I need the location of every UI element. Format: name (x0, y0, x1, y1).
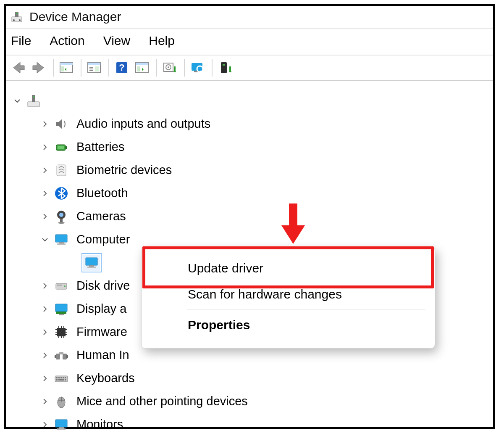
scan-hardware-button[interactable] (187, 59, 207, 76)
tree-item-biometric[interactable]: Biometric devices (9, 159, 490, 182)
monitor-icon (83, 255, 100, 271)
forward-button[interactable] (29, 59, 49, 76)
svg-rect-29 (229, 66, 231, 71)
chevron-right-icon[interactable] (39, 327, 50, 338)
chevron-right-icon[interactable] (39, 188, 50, 199)
menu-action[interactable]: Action (48, 33, 86, 49)
tree-item-keyboards[interactable]: Keyboards (9, 367, 490, 390)
svg-rect-0 (12, 17, 22, 22)
chevron-right-icon[interactable] (39, 119, 50, 129)
svg-rect-52 (56, 312, 66, 314)
svg-rect-35 (58, 146, 64, 149)
monitor-icon (53, 417, 70, 433)
tree-root[interactable] (9, 89, 490, 112)
display-adapter-icon (53, 301, 70, 317)
svg-rect-85 (59, 427, 64, 428)
svg-rect-71 (59, 352, 63, 354)
svg-rect-51 (55, 304, 67, 312)
svg-rect-17 (136, 63, 148, 65)
svg-point-3 (13, 19, 15, 21)
context-menu-scan-hardware[interactable]: Scan for hardware changes (142, 281, 435, 307)
toolbar-separator (53, 59, 54, 77)
tree-item-label: Human In (76, 348, 129, 362)
svg-rect-6 (60, 63, 73, 65)
svg-rect-7 (61, 66, 64, 71)
tree-item-bluetooth[interactable]: Bluetooth (9, 182, 490, 205)
svg-rect-18 (137, 66, 140, 71)
hid-icon (53, 347, 70, 363)
svg-rect-34 (66, 146, 67, 149)
tree-item-cameras[interactable]: Cameras (9, 205, 490, 228)
add-legacy-button[interactable] (215, 59, 235, 76)
svg-rect-9 (88, 63, 100, 65)
refresh-button[interactable] (132, 59, 152, 76)
svg-point-41 (58, 222, 65, 224)
tree-item-mice[interactable]: Mice and other pointing devices (9, 390, 490, 413)
tree-item-label: Monitors (76, 418, 123, 431)
svg-rect-43 (59, 242, 64, 243)
chevron-right-icon[interactable] (39, 211, 50, 222)
svg-rect-77 (65, 377, 66, 378)
update-driver-button[interactable] (160, 59, 180, 76)
chevron-down-icon[interactable] (39, 234, 50, 245)
chevron-right-icon[interactable] (39, 419, 50, 430)
chevron-right-icon[interactable] (39, 142, 50, 153)
firmware-icon (53, 324, 70, 340)
chevron-right-icon[interactable] (39, 280, 50, 291)
disk-icon (53, 278, 70, 294)
menu-help[interactable]: Help (147, 33, 176, 49)
chevron-right-icon[interactable] (39, 304, 50, 314)
context-menu-item-label: Update driver (188, 261, 263, 275)
properties-button[interactable] (84, 59, 104, 76)
chevron-right-icon[interactable] (39, 165, 50, 176)
svg-rect-78 (56, 379, 58, 381)
svg-rect-50 (57, 285, 62, 285)
svg-rect-53 (59, 314, 64, 315)
svg-rect-45 (86, 258, 97, 265)
tree-item-label: Audio inputs and outputs (76, 117, 210, 131)
tree-item-monitors[interactable]: Monitors (9, 413, 490, 436)
toolbar-separator (212, 59, 213, 77)
chevron-right-icon[interactable] (39, 350, 50, 361)
toolbar: ? (6, 55, 493, 81)
tree-item-label: Display a (76, 302, 126, 316)
svg-rect-80 (65, 379, 66, 381)
svg-rect-72 (55, 376, 68, 382)
context-menu-update-driver[interactable]: Update driver (142, 247, 435, 281)
svg-rect-13 (95, 66, 99, 71)
svg-rect-27 (221, 62, 227, 73)
context-menu: Update driver Scan for hardware changes … (141, 246, 435, 349)
menu-view[interactable]: View (102, 33, 132, 49)
show-hide-tree-button[interactable] (56, 59, 76, 76)
svg-text:?: ? (119, 62, 124, 73)
svg-rect-47 (87, 267, 96, 268)
tree-item-label: Firmware (76, 325, 127, 339)
menu-file[interactable]: File (9, 33, 33, 49)
context-menu-item-label: Properties (188, 318, 250, 332)
context-menu-properties[interactable]: Properties (142, 312, 435, 338)
back-button[interactable] (8, 59, 29, 76)
svg-rect-74 (58, 377, 60, 378)
keyboard-icon (53, 370, 70, 386)
tree-item-label: Mice and other pointing devices (76, 394, 248, 408)
svg-rect-76 (63, 377, 64, 378)
help-button[interactable]: ? (112, 59, 132, 76)
camera-icon (53, 209, 70, 225)
tree-item-label: Batteries (76, 140, 124, 154)
monitor-icon (53, 232, 70, 248)
chevron-right-icon[interactable] (39, 373, 50, 384)
svg-rect-84 (55, 420, 67, 427)
chevron-right-icon[interactable] (39, 396, 50, 407)
svg-rect-54 (57, 328, 66, 336)
svg-rect-40 (60, 219, 63, 222)
tree-item-audio[interactable]: Audio inputs and outputs (9, 112, 490, 135)
context-menu-separator (187, 309, 425, 309)
chevron-down-icon[interactable] (12, 95, 23, 106)
title-bar: Device Manager (6, 6, 493, 29)
svg-rect-2 (16, 13, 18, 14)
svg-rect-44 (57, 243, 66, 245)
window-title: Device Manager (29, 10, 121, 24)
svg-rect-86 (57, 428, 66, 430)
svg-rect-22 (174, 66, 176, 71)
tree-item-batteries[interactable]: Batteries (9, 135, 490, 159)
